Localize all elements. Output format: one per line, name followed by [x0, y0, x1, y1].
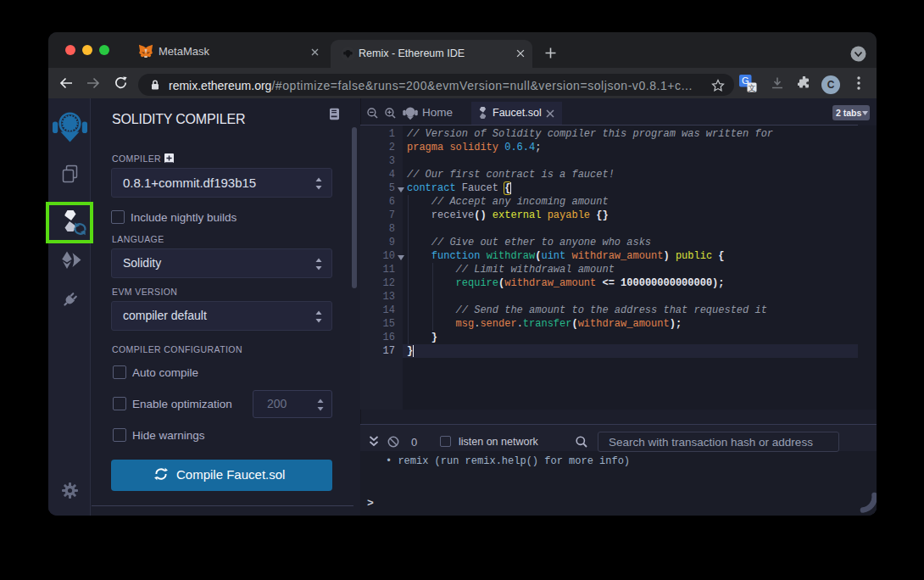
- svg-text:文: 文: [749, 84, 756, 92]
